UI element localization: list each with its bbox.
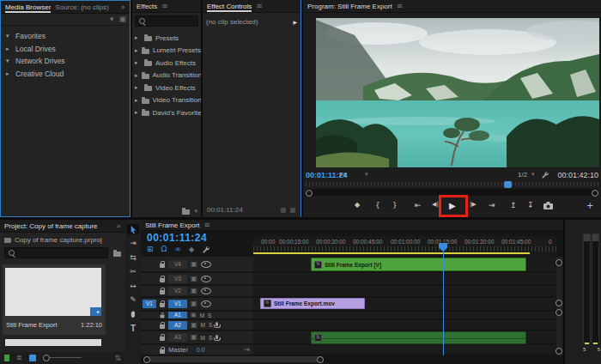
step-forward-button[interactable]: |▶: [470, 201, 477, 208]
effects-bin-audio-transitions[interactable]: ▸ Audio Transitions: [132, 70, 201, 82]
track-v4-lane[interactable]: fx Still Frame Export [V]: [253, 257, 563, 272]
media-item-local-drives[interactable]: ▸ Local Drives: [1, 43, 130, 56]
program-mini-ruler[interactable]: [306, 182, 598, 186]
project-item-selected[interactable]: ▸ Still Frame Export 1:22:10: [3, 264, 106, 335]
track-a3-lane[interactable]: fx: [253, 331, 563, 344]
sync-lock-icon[interactable]: ▣: [191, 261, 197, 268]
effects-bin-davids-favorites[interactable]: ▸ David's Favorites: [132, 106, 201, 119]
media-item-creative-cloud[interactable]: ▸ Creative Cloud: [1, 68, 130, 81]
hscroll-left-handle[interactable]: [143, 356, 150, 363]
vscroll-handle[interactable]: [555, 348, 562, 355]
ripple-edit-tool[interactable]: ⇆: [127, 252, 139, 263]
track-v3-lane[interactable]: [253, 273, 563, 285]
zoom-fit-icon[interactable]: [281, 208, 286, 213]
vscroll-handle[interactable]: [555, 259, 562, 266]
tab-program[interactable]: Program: Still Frame Export: [307, 3, 392, 10]
track-select-a1[interactable]: A1: [168, 312, 187, 318]
mute-button[interactable]: M: [201, 322, 205, 328]
caret-icon[interactable]: ▸: [6, 46, 12, 52]
pen-tool[interactable]: ✎: [127, 295, 139, 306]
toggle-track-output-icon[interactable]: [201, 261, 211, 268]
scrollbar-left-handle[interactable]: [306, 190, 313, 197]
type-tool[interactable]: T: [127, 324, 139, 334]
sync-lock-icon[interactable]: ▣: [191, 288, 197, 294]
track-v1-lane[interactable]: fx Still Frame Export.mov: [253, 298, 563, 311]
slip-tool[interactable]: ↔: [127, 281, 139, 291]
track-select-v2[interactable]: V2: [168, 287, 187, 295]
sync-lock-icon[interactable]: ▣: [191, 322, 197, 329]
mute-button[interactable]: M: [200, 312, 204, 318]
slider-handle[interactable]: [43, 355, 50, 361]
master-meter-icon[interactable]: ⇥: [243, 346, 250, 354]
solo-button[interactable]: S: [209, 335, 212, 341]
caret-icon[interactable]: ▸: [135, 109, 138, 116]
mark-in-button[interactable]: {: [375, 201, 380, 209]
sync-lock-icon[interactable]: ▣: [191, 334, 197, 341]
program-video-frame[interactable]: [316, 18, 599, 167]
work-area-bar[interactable]: [253, 252, 530, 254]
sync-lock-icon[interactable]: ▣: [191, 312, 197, 318]
lock-icon[interactable]: [160, 349, 165, 354]
hscroll-right-handle[interactable]: [317, 356, 324, 363]
project-search-input[interactable]: [4, 247, 108, 258]
lock-icon[interactable]: [160, 278, 165, 282]
effects-search-input[interactable]: [135, 15, 198, 27]
settings-wrench-icon[interactable]: [541, 171, 549, 179]
solo-button[interactable]: S: [209, 322, 212, 328]
mark-out-button[interactable]: }: [392, 201, 398, 209]
project-writable-icon[interactable]: [4, 355, 9, 361]
linked-selection-icon[interactable]: ∞: [174, 246, 181, 253]
caret-icon[interactable]: ▸: [6, 70, 12, 77]
timeline-timecode[interactable]: 00:01:11:24: [147, 232, 207, 244]
toggle-track-output-icon[interactable]: [201, 300, 211, 307]
list-view-icon[interactable]: ≣: [16, 355, 22, 361]
directory-dropdown-icon[interactable]: ▾: [110, 15, 114, 23]
lift-button[interactable]: ↥: [510, 201, 517, 209]
project-item-next-thumbnail[interactable]: [5, 339, 101, 346]
playback-resolution-select[interactable]: 1/2: [518, 171, 527, 179]
add-marker-button[interactable]: ◆: [355, 201, 360, 209]
hscroll-thumb[interactable]: [143, 356, 322, 362]
track-select-a2[interactable]: A2: [168, 321, 187, 330]
project-item-thumbnail[interactable]: ▸: [5, 268, 101, 316]
mute-button[interactable]: M: [201, 335, 205, 341]
vscroll-handle[interactable]: [555, 309, 562, 316]
media-item-favorites[interactable]: ▾ Favorites: [1, 30, 130, 43]
toggle-track-output-icon[interactable]: [201, 288, 211, 294]
sync-lock-icon[interactable]: ▣: [191, 276, 197, 282]
thumbnail-size-slider[interactable]: [43, 355, 82, 361]
media-item-network-drives[interactable]: ▾ Network Drives: [1, 55, 130, 68]
tab-media-browser[interactable]: Media Browser: [5, 2, 51, 13]
solo-button[interactable]: S: [208, 312, 211, 318]
caret-icon[interactable]: ▾: [6, 58, 12, 64]
track-select-v4[interactable]: V4: [168, 260, 187, 269]
snap-toggle-icon[interactable]: Ω: [161, 246, 167, 253]
lock-icon[interactable]: [160, 325, 165, 329]
tab-project[interactable]: Project: Copy of frame capture: [4, 222, 98, 230]
timeline-ruler[interactable]: 00:00 00:00:15:00 00:00:30:00 00:00:45:0…: [253, 236, 556, 256]
filter-media-icon[interactable]: ▣: [118, 15, 126, 23]
caret-icon[interactable]: ▸: [135, 59, 141, 66]
panel-overflow-icon[interactable]: »: [116, 222, 121, 230]
effects-bin-lumetri-presets[interactable]: ▸ Lumetri Presets: [132, 45, 201, 58]
nest-toggle-icon[interactable]: ⊞: [147, 246, 154, 253]
lock-icon[interactable]: [161, 315, 165, 318]
panel-menu-icon[interactable]: ≡: [161, 3, 168, 10]
tab-source[interactable]: Source: (no clips): [55, 3, 108, 11]
chevron-down-icon[interactable]: ▾: [531, 172, 535, 178]
go-to-out-button[interactable]: ⇥: [489, 201, 495, 209]
lock-icon[interactable]: [160, 290, 165, 294]
track-a2-lane[interactable]: [253, 320, 563, 331]
clip-still-frame-export-mov[interactable]: fx Still Frame Export.mov: [260, 298, 365, 309]
show-timeline-view-icon[interactable]: ▶: [293, 20, 297, 25]
button-editor-plus[interactable]: +: [586, 201, 593, 210]
track-a1-lane[interactable]: [253, 312, 563, 319]
scrollbar-right-handle[interactable]: [592, 190, 598, 197]
tab-effect-controls[interactable]: Effect Controls: [207, 1, 252, 12]
program-playhead[interactable]: [504, 181, 512, 188]
caret-icon[interactable]: ▸: [135, 97, 138, 104]
timeline-settings-wrench-icon[interactable]: [202, 246, 209, 253]
clip-still-frame-export-v[interactable]: fx Still Frame Export [V]: [311, 258, 526, 271]
effects-bin-presets[interactable]: ▸ Presets: [132, 32, 201, 45]
lock-icon[interactable]: [160, 303, 165, 307]
